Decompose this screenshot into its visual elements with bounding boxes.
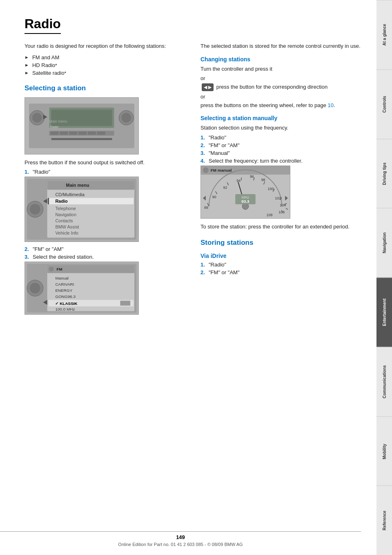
svg-rect-6	[60, 131, 68, 134]
manual-step-3: 3. "Manual"	[200, 150, 364, 156]
svg-text:BMW Assist: BMW Assist	[55, 224, 79, 229]
selecting-section-heading: Selecting a station	[24, 84, 188, 92]
manual-text: Station selection using the frequency.	[200, 124, 364, 132]
fm-dial-screenshot: FM manual 88 90 92	[200, 166, 290, 219]
page-ref-link[interactable]: 10	[328, 102, 334, 108]
svg-text:93.3: 93.3	[241, 199, 249, 203]
svg-text:CARIVARI: CARIVARI	[55, 282, 74, 286]
press-text: Press the button if the sound output is …	[24, 159, 188, 167]
manual-step-4-text: Select the frequency: turn the controlle…	[209, 158, 303, 164]
via-idrive-heading: Via iDrive	[200, 253, 364, 259]
sidebar-tab-mobility[interactable]: Mobility	[376, 416, 392, 486]
page-footer: 149 Online Edition for Part no. 01 41 2 …	[0, 531, 361, 547]
direction-button: ◀ ▶	[202, 83, 214, 91]
svg-text:100.0 MHz: 100.0 MHz	[55, 307, 75, 311]
sidebar-tab-entertainment[interactable]: Entertainment	[376, 278, 392, 347]
svg-text:Vehicle Info: Vehicle Info	[55, 231, 78, 235]
or-1: or	[200, 75, 364, 81]
changing-stations-heading: Changing stations	[200, 56, 364, 63]
svg-text:104: 104	[280, 203, 286, 207]
svg-rect-7	[69, 131, 77, 134]
sidebar-tab-driving-tips[interactable]: Driving tips	[376, 139, 392, 208]
sidebar-tab-navigation[interactable]: Navigation	[376, 208, 392, 278]
manual-step-2-text: "FM" or "AM"	[209, 142, 240, 148]
svg-text:✓ KLASSIK: ✓ KLASSIK	[55, 301, 78, 306]
fm-stations-screenshot: FM Manual CARIVARI ENERGY GONG96.3 ✓ KLA…	[24, 262, 139, 315]
step-1: 1. "Radio"	[24, 169, 188, 175]
svg-point-55	[203, 167, 209, 173]
svg-text:88: 88	[204, 205, 208, 209]
svg-point-14	[121, 113, 131, 123]
manual-step-3-num: 3.	[200, 150, 206, 156]
svg-text:Contacts: Contacts	[55, 218, 73, 223]
svg-rect-10	[97, 131, 105, 134]
page-title: Radio	[24, 16, 61, 34]
bullet-item-1: ► FM and AM	[24, 54, 188, 60]
bullet-item-2: ► HD Radio*	[24, 62, 188, 68]
changing-text1: Turn the controller and press it	[200, 65, 364, 73]
svg-point-12	[32, 113, 42, 123]
sidebar-tab-reference[interactable]: Reference	[376, 486, 392, 555]
manual-step-1: 1. "Radio"	[200, 134, 364, 141]
svg-text:92: 92	[223, 186, 227, 190]
store-text: The selected station is stored for the r…	[200, 42, 364, 50]
svg-text:FM: FM	[56, 267, 62, 271]
step-3: 3. Select the desired station.	[24, 254, 188, 260]
dial-svg: FM manual 88 90 92	[201, 166, 290, 219]
bullet-arrow-3: ►	[24, 70, 29, 75]
svg-text:GONG96.3: GONG96.3	[55, 294, 76, 299]
manual-step-2-num: 2.	[200, 142, 206, 148]
svg-text:FM manual: FM manual	[211, 168, 232, 172]
step-3-num: 3.	[24, 254, 30, 260]
svg-text:90: 90	[212, 195, 216, 199]
footer-text: Online Edition for Part no. 01 41 2 603 …	[118, 542, 243, 547]
svg-text:102: 102	[275, 196, 281, 200]
intro-text: Your radio is designed for reception of …	[24, 42, 188, 50]
store-station-text: To store the station: press the controll…	[200, 223, 364, 231]
step-3-text: Select the desired station.	[33, 254, 94, 260]
svg-point-42	[49, 266, 54, 271]
svg-text:Navigation: Navigation	[55, 212, 76, 217]
storing-step-1-text: "Radio"	[209, 262, 226, 268]
sidebar-tab-communications[interactable]: Communications	[376, 347, 392, 416]
svg-point-22	[30, 204, 40, 215]
svg-text:CD/Multimedia: CD/Multimedia	[55, 192, 85, 197]
right-sidebar: At a glance Controls Driving tips Naviga…	[376, 0, 392, 555]
storing-section-heading: Storing stations	[200, 239, 364, 247]
svg-text:96: 96	[250, 175, 254, 179]
svg-text:Manual: Manual	[55, 276, 69, 280]
manual-step-4: 4. Select the frequency: turn the contro…	[200, 158, 364, 164]
radio-hardware-image: Main menu Radio	[24, 97, 139, 154]
svg-text:98: 98	[261, 178, 265, 182]
step-2-num: 2.	[24, 246, 30, 252]
menu-svg: Main menu CD/Multimedia Radio Telephone …	[25, 177, 138, 242]
storing-step-2-text: "FM" or "AM"	[209, 269, 240, 275]
right-column: The selected station is stored for the r…	[200, 42, 364, 319]
changing-text3: press the buttons on the steering wheel,…	[200, 101, 364, 110]
svg-rect-15	[51, 138, 112, 140]
svg-text:108: 108	[267, 213, 273, 217]
page-number: 149	[0, 534, 361, 540]
storing-step-2-num: 2.	[200, 269, 206, 275]
manual-step-1-text: "Radio"	[209, 134, 226, 141]
sidebar-tab-controls[interactable]: Controls	[376, 69, 392, 139]
svg-text:Radio: Radio	[50, 125, 59, 128]
step-1-num: 1.	[24, 169, 30, 175]
svg-point-39	[30, 283, 40, 293]
step-1-text: "Radio"	[33, 169, 50, 175]
bullet-arrow-1: ►	[24, 55, 29, 60]
changing-text2: ◀ ▶ press the button for the correspondi…	[200, 83, 364, 91]
svg-text:ENERGY: ENERGY	[55, 288, 72, 293]
sidebar-tab-at-a-glance[interactable]: At a glance	[376, 0, 392, 69]
svg-text:Telephone: Telephone	[55, 206, 76, 211]
bullet-item-3: ► Satellite radio*	[24, 70, 188, 76]
selecting-manual-heading: Selecting a station manually	[200, 115, 364, 121]
svg-rect-24	[47, 181, 134, 190]
radio-hardware-svg: Main menu Radio	[25, 97, 138, 154]
svg-text:100: 100	[268, 187, 274, 191]
svg-rect-8	[78, 131, 87, 134]
or-2: or	[200, 94, 364, 100]
storing-step-1-num: 1.	[200, 262, 206, 268]
step-2-text: "FM" or "AM"	[33, 246, 64, 252]
svg-rect-9	[88, 131, 96, 134]
